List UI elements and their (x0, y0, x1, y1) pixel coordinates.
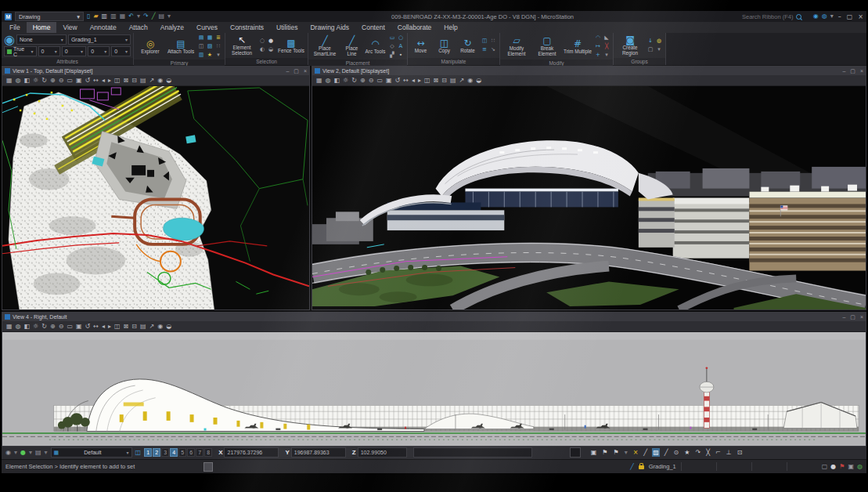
problems-flag-icon[interactable]: ⚑ (839, 464, 845, 470)
open-file-icon[interactable]: ▰ (93, 13, 98, 20)
tool-settings-caret-icon[interactable]: ▾ (14, 450, 17, 456)
compress-file-icon[interactable]: ▦ (120, 13, 126, 20)
line-style-combo[interactable]: 0▾ (38, 46, 60, 56)
print-icon[interactable]: ▤ (159, 13, 165, 20)
view-toggle-7[interactable]: 7 (196, 448, 203, 457)
adjust-brightness-icon[interactable]: ☼ (343, 77, 348, 85)
array-icon[interactable]: ∷ (489, 38, 497, 45)
accudraw-lock-icon[interactable]: × (632, 448, 639, 457)
pan-view-icon[interactable]: ↔ (403, 77, 409, 85)
zoom-in-icon[interactable]: ⊕ (50, 323, 56, 331)
view2-drawing-canvas[interactable] (312, 86, 866, 309)
adjust-brightness-icon[interactable]: ☼ (33, 77, 38, 85)
title-options-caret-icon[interactable]: ▾ (830, 13, 834, 20)
delete-element-icon[interactable]: ╳ (603, 42, 610, 50)
message-field[interactable] (413, 447, 532, 458)
active-template-icon[interactable]: ◉ (4, 36, 15, 43)
view4-minimize-button[interactable]: – (842, 314, 845, 320)
modify-caret-icon[interactable]: ▾ (603, 51, 610, 59)
active-level-status[interactable]: Grading_1 (649, 463, 676, 470)
close-button[interactable]: × (858, 13, 863, 20)
background-map-icon[interactable]: ◍ (16, 77, 21, 85)
tab-view[interactable]: View (56, 22, 83, 33)
rotate-snap-icon[interactable]: ↷ (694, 448, 701, 457)
place-shape-icon[interactable]: ▭ (388, 34, 396, 42)
view-toggle-1[interactable]: 1 (144, 448, 152, 457)
zoom-in-icon[interactable]: ⊕ (50, 77, 56, 85)
place-line-button[interactable]: ╱ Place Line (341, 35, 362, 57)
intersection-snap-icon[interactable]: ╳ (705, 448, 711, 457)
tab-utilities[interactable]: Utilities (270, 22, 304, 33)
place-polygon-icon[interactable]: ◇ (388, 42, 396, 50)
saved-views-icon[interactable]: ▤ (140, 77, 146, 85)
zoom-in-icon[interactable]: ⊕ (360, 77, 366, 85)
element-selection-button[interactable]: ↖ Element Selection (228, 34, 256, 56)
window-area-icon[interactable]: ▭ (67, 77, 73, 85)
y-value-field[interactable]: 196987.89363 (291, 447, 346, 458)
x-value-field[interactable]: 217976.37296 (224, 447, 279, 458)
move-button[interactable]: ↔ Move (410, 38, 431, 54)
copy-view-icon[interactable]: ◫ (114, 77, 121, 85)
tab-home[interactable]: Home (27, 22, 57, 33)
view4-title-bar[interactable]: View 4 - Right, Default – ▢ × (2, 313, 866, 321)
new-file-icon[interactable]: ▯ (87, 13, 90, 20)
view1-drawing-canvas[interactable] (2, 86, 309, 309)
view2-minimize-button[interactable]: – (842, 68, 845, 74)
properties-icon[interactable]: ▤ (197, 34, 205, 42)
view-toggle-5[interactable]: 5 (178, 448, 186, 457)
explorer-button[interactable]: ◎ Explorer (136, 38, 164, 55)
camera-settings-icon[interactable]: ◉ (157, 323, 163, 331)
tab-drawing-aids[interactable]: Drawing Aids (304, 22, 355, 33)
zoom-out-icon[interactable]: ⊖ (369, 77, 374, 85)
tool-settings-icon[interactable]: ◉ (5, 450, 11, 456)
view-toggle-8[interactable]: 8 (204, 448, 212, 457)
center-snap-icon[interactable]: ⊙ (673, 448, 680, 457)
annotation-scale-icon[interactable]: ╱ (630, 463, 634, 470)
view-toggle-4[interactable]: 4 (170, 448, 178, 457)
undo-icon[interactable]: ↶ (128, 13, 134, 20)
origin-snap-icon[interactable]: ★ (683, 448, 690, 457)
zoom-out-icon[interactable]: ⊖ (59, 323, 64, 331)
view2-close-button[interactable]: × (860, 68, 863, 74)
tab-analyze[interactable]: Analyze (154, 22, 190, 33)
view4-drawing-canvas[interactable] (2, 332, 866, 446)
maximize-button[interactable]: ▢ (847, 13, 853, 20)
save-settings-icon[interactable]: ▥ (110, 13, 117, 20)
minimize-button[interactable]: – (838, 13, 841, 20)
line-weight-combo[interactable]: 0▾ (62, 46, 86, 56)
tab-constraints[interactable]: Constraints (224, 22, 270, 33)
break-element-button[interactable]: ▢ Break Element (533, 35, 561, 57)
primary-caret-icon[interactable]: ▾ (214, 51, 222, 59)
pattern-area-icon[interactable]: ▞ (388, 51, 396, 59)
mirror-icon[interactable]: ◫ (481, 38, 488, 45)
navigate-view-icon[interactable]: ↗ (149, 323, 154, 331)
attach-tools-button[interactable]: ▤ Attach Tools (167, 38, 195, 55)
view2-maximize-button[interactable]: ▢ (850, 68, 855, 74)
window-area-icon[interactable]: ▭ (67, 323, 73, 331)
view1-close-button[interactable]: × (304, 68, 307, 74)
level-manager-icon[interactable]: ≣ (214, 34, 222, 42)
locks-caret-icon[interactable]: ▾ (45, 450, 48, 456)
account-icon[interactable]: ◍ (822, 13, 827, 20)
display-style-icon[interactable]: ◧ (24, 77, 31, 85)
z-value-field[interactable]: 102.99050 (358, 447, 407, 458)
connect-status-icon[interactable]: ◍ (857, 464, 863, 470)
view-next-icon[interactable]: ▸ (108, 323, 111, 331)
notifications-icon[interactable]: ▣ (848, 464, 854, 470)
background-map-icon[interactable]: ◍ (16, 323, 21, 331)
extend-line-icon[interactable]: ↦ (594, 42, 602, 50)
view-next-icon[interactable]: ▸ (418, 77, 421, 85)
chamfer-icon[interactable]: ◣ (603, 34, 610, 42)
saved-views-icon[interactable]: ▤ (140, 323, 146, 331)
clip-volume-icon[interactable]: ⊠ (434, 77, 439, 85)
locks-icon[interactable]: ▤ (35, 450, 41, 456)
save-icon[interactable]: ▥ (102, 13, 108, 20)
pen-icon[interactable]: ╱ (152, 13, 156, 20)
fit-view-icon[interactable]: ▣ (386, 77, 392, 85)
accusnap-caret-icon[interactable]: ▾ (29, 450, 32, 456)
view-attributes-icon[interactable]: ▦ (6, 323, 13, 331)
active-color-combo[interactable]: True C▾ (4, 46, 37, 56)
view-previous-icon[interactable]: ◂ (412, 77, 415, 85)
view-next-icon[interactable]: ▸ (108, 77, 111, 85)
clip-volume-icon[interactable]: ⊠ (124, 323, 129, 331)
